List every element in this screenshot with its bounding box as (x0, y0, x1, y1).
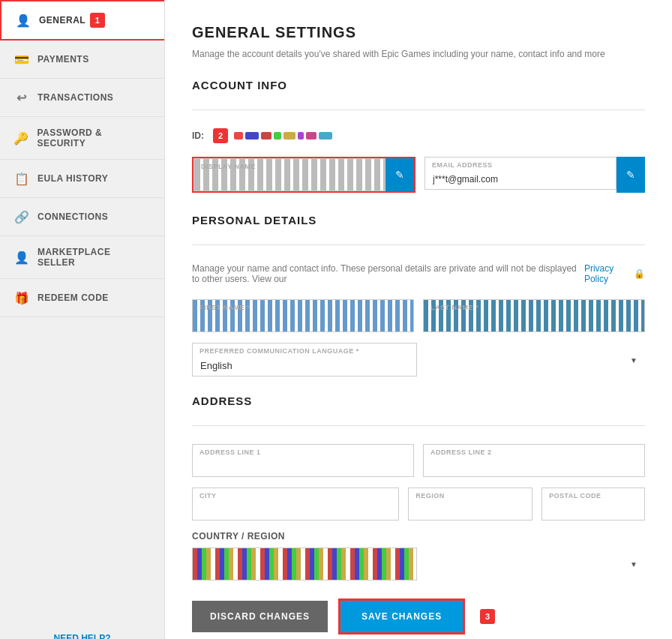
save-changes-button[interactable]: SAVE CHANGES (338, 598, 465, 634)
sidebar-item-transactions[interactable]: ↩ TRANSACTIONS (0, 79, 164, 117)
display-name-edit-button[interactable]: ✎ (386, 158, 414, 191)
language-dropdown-arrow: ▼ (630, 356, 638, 364)
sidebar-item-general[interactable]: 👤 GENERAL 1 (0, 0, 164, 40)
sidebar-item-connections[interactable]: 🔗 CONNECTIONS (0, 198, 164, 236)
account-id-row: ID: 2 (192, 128, 645, 143)
name-fields-row: FIRST NAME * LAST NAME * (192, 299, 645, 332)
last-name-input[interactable] (423, 299, 645, 332)
id-pixel-6 (298, 132, 304, 140)
sidebar-item-marketplace-label: MARKETPLACE SELLER (38, 247, 151, 268)
address-line-row: ADDRESS LINE 1 ADDRESS LINE 2 (192, 444, 645, 477)
connections-icon: 🔗 (14, 208, 30, 225)
sidebar-item-transactions-label: TRANSACTIONS (38, 92, 113, 103)
language-select[interactable]: English French Spanish German Japanese (192, 343, 417, 376)
account-info-title: ACCOUNT INFO (192, 79, 645, 92)
address2-input[interactable] (423, 444, 645, 477)
sidebar-item-redeem-code[interactable]: 🎁 REDEEM CODE (0, 279, 164, 317)
address1-input[interactable] (192, 444, 414, 477)
id-value (234, 132, 332, 140)
country-dropdown-arrow: ▼ (630, 560, 638, 568)
sidebar-item-payments-label: PAYMENTS (38, 54, 89, 64)
region-input[interactable] (408, 488, 532, 520)
need-help-link[interactable]: NEED HELP? (0, 618, 164, 639)
id-pixel-1 (234, 132, 243, 140)
sidebar-item-password-label: PASSWORD & SECURITY (37, 128, 151, 148)
display-name-input[interactable] (194, 158, 386, 191)
sidebar: 👤 GENERAL 1 💳 PAYMENTS ↩ TRANSACTIONS 🔑 … (0, 0, 165, 639)
first-name-field-wrapper: FIRST NAME * (192, 299, 414, 332)
general-icon: 👤 (15, 12, 32, 28)
sidebar-item-eula-history[interactable]: 📋 EULA HISTORY (0, 160, 164, 198)
city-region-postal-row: CITY REGION POSTAL CODE (192, 488, 645, 520)
payments-icon: 💳 (14, 51, 30, 68)
annotation-badge-3: 3 (480, 609, 495, 624)
page-desc: Manage the account details you've shared… (192, 47, 645, 61)
personal-details-desc-row: Manage your name and contact info. These… (192, 263, 645, 284)
id-pixel-7 (306, 132, 316, 140)
id-pixel-3 (261, 132, 272, 140)
email-input[interactable] (424, 157, 616, 190)
city-input[interactable] (192, 488, 399, 520)
city-field-wrapper: CITY (192, 488, 399, 520)
country-select[interactable]: Select Country (192, 548, 417, 580)
address1-field-wrapper: ADDRESS LINE 1 (192, 444, 414, 477)
marketplace-icon: 👤 (14, 249, 30, 266)
display-name-field-wrapper: DISPLAY NAME (194, 158, 386, 191)
address-title: ADDRESS (192, 394, 645, 407)
id-pixel-4 (274, 132, 281, 140)
region-field-wrapper: REGION (408, 488, 532, 520)
annotation-badge-1: 1 (90, 13, 105, 28)
id-pixel-5 (284, 132, 296, 140)
action-buttons-row: DISCARD CHANGES SAVE CHANGES 3 (192, 598, 645, 634)
sidebar-item-redeem-label: REDEEM CODE (38, 292, 109, 303)
sidebar-item-connections-label: CONNECTIONS (38, 212, 108, 222)
privacy-policy-link[interactable]: Privacy Policy (584, 263, 629, 284)
sidebar-item-marketplace-seller[interactable]: 👤 MARKETPLACE SELLER (0, 236, 164, 279)
sidebar-item-payments[interactable]: 💳 PAYMENTS (0, 40, 164, 79)
email-edit-button[interactable]: ✎ (616, 157, 645, 193)
display-name-group: DISPLAY NAME ✎ (192, 157, 416, 193)
language-select-wrapper: PREFERRED COMMUNICATION LANGUAGE * Engli… (192, 343, 645, 376)
last-name-field-wrapper: LAST NAME * (423, 299, 645, 332)
personal-details-desc: Manage your name and contact info. These… (192, 263, 580, 284)
account-fields-row: DISPLAY NAME ✎ EMAIL ADDRESS ✎ (192, 157, 645, 193)
discard-changes-button[interactable]: DISCARD CHANGES (192, 601, 328, 632)
transactions-icon: ↩ (14, 89, 30, 106)
address2-field-wrapper: ADDRESS LINE 2 (423, 444, 645, 477)
sidebar-item-password-security[interactable]: 🔑 PASSWORD & SECURITY (0, 117, 164, 160)
personal-details-title: PERSONAL DETAILS (192, 214, 645, 226)
eula-icon: 📋 (14, 170, 30, 187)
sidebar-item-general-label: GENERAL (39, 15, 86, 26)
page-title: GENERAL SETTINGS (192, 24, 645, 41)
postal-input[interactable] (542, 488, 645, 520)
country-select-wrapper: Select Country ▼ (192, 548, 645, 580)
email-group: EMAIL ADDRESS ✎ (424, 157, 645, 193)
id-pixel-8 (319, 132, 332, 140)
id-label: ID: (192, 130, 204, 141)
email-field-wrapper: EMAIL ADDRESS (424, 157, 616, 193)
annotation-badge-2: 2 (213, 128, 228, 143)
id-pixel-2 (245, 132, 259, 140)
lock-icon: 🔒 (634, 268, 645, 279)
redeem-icon: 🎁 (14, 290, 30, 306)
sidebar-item-eula-label: EULA HISTORY (38, 173, 108, 184)
main-content: GENERAL SETTINGS Manage the account deta… (165, 0, 672, 639)
password-icon: 🔑 (14, 130, 29, 146)
first-name-input[interactable] (192, 299, 414, 332)
country-region-label: COUNTRY / REGION (192, 531, 645, 542)
postal-field-wrapper: POSTAL CODE (542, 488, 645, 520)
